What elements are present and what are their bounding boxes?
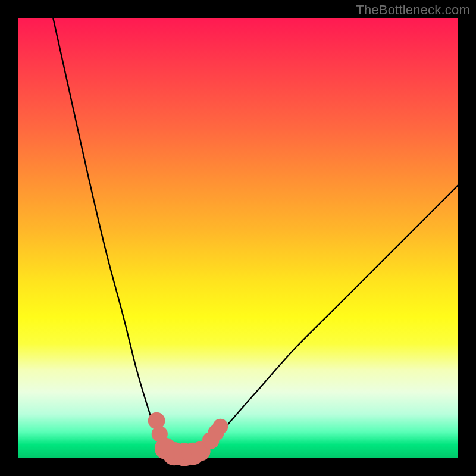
curve-group <box>53 18 458 457</box>
chart-svg <box>18 18 458 458</box>
marker-dot <box>213 419 228 434</box>
chart-frame: TheBottleneck.com <box>0 0 476 476</box>
marker-group <box>148 412 228 466</box>
bottleneck-curve <box>53 18 458 457</box>
watermark-text: TheBottleneck.com <box>356 2 470 18</box>
